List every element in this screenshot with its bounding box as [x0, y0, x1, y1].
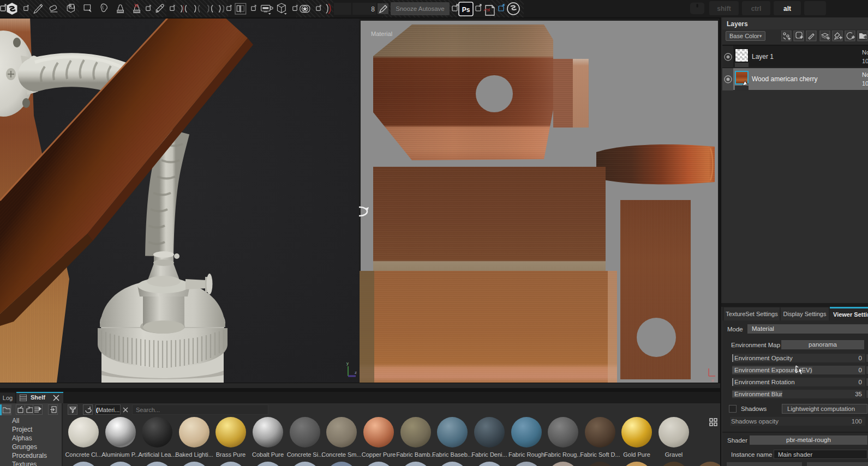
- svg-text:y: y: [346, 361, 349, 366]
- svg-text:8: 8: [371, 5, 375, 13]
- svg-text:ctrl: ctrl: [751, 5, 762, 13]
- svg-text:Ps: Ps: [462, 6, 470, 14]
- svg-text:shift: shift: [717, 5, 731, 13]
- svg-text:Snooze Autosave: Snooze Autosave: [396, 5, 445, 12]
- svg-text:u: u: [711, 378, 714, 383]
- svg-text:alt: alt: [783, 5, 791, 13]
- svg-text:z: z: [355, 370, 357, 375]
- svg-text:Material: Material: [371, 31, 392, 37]
